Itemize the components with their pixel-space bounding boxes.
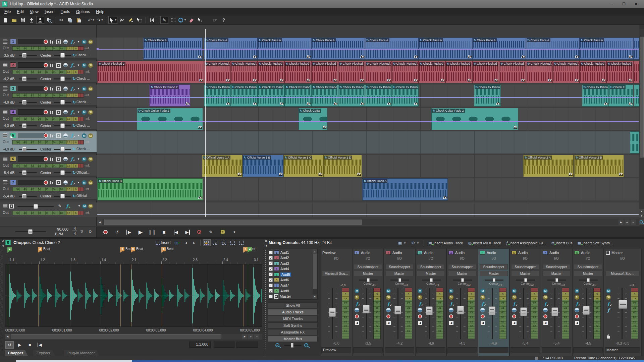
track-device-icon[interactable] <box>50 180 55 185</box>
channel-fader-handle[interactable] <box>583 306 590 315</box>
play-from-start-button[interactable]: ▶ <box>125 228 133 236</box>
chopper-scroll-left-button[interactable]: ◄ <box>5 334 10 339</box>
solo-icon[interactable]: S! <box>88 86 93 91</box>
zoom-in-time-button[interactable]: ＋ <box>625 220 630 225</box>
track-fx-button[interactable]: ƒ✓ <box>69 39 74 44</box>
scroll-right-button[interactable]: ► <box>619 220 624 225</box>
insert-bus-button[interactable]: ⧉+Insert Bus <box>549 239 574 247</box>
pan-slider-handle[interactable] <box>493 278 495 282</box>
fx-icon[interactable]: ƒ✓ <box>386 301 391 306</box>
fx-icon[interactable]: ƒ✓ <box>480 301 485 306</box>
audio-clip[interactable]: ↻Check Plucked 2fx <box>526 61 553 83</box>
mute-group-icon[interactable]: M <box>82 63 87 68</box>
pan-slider-handle[interactable] <box>461 278 464 282</box>
pan-icon[interactable] <box>448 307 454 313</box>
mixer-list-item-aud3[interactable]: ✓3Aud3 <box>269 261 311 266</box>
audio-clip[interactable]: ↻Official Verse 2 Bfx <box>574 155 624 177</box>
track-dropdown-arrow[interactable]: ▼ <box>76 39 81 44</box>
double-selection-button[interactable]: ×2 <box>220 239 228 246</box>
clip-fx-badge[interactable]: fx <box>467 78 471 82</box>
audio-clip[interactable]: ↻Check Fx Piano 2fx <box>582 84 609 107</box>
pan-icon[interactable] <box>354 307 360 313</box>
track-device-icon[interactable] <box>50 133 55 138</box>
paint-clip-name[interactable]: Check ... <box>76 100 97 104</box>
mute-icon[interactable]: M <box>543 288 548 294</box>
channel-fader-handle[interactable] <box>363 305 370 313</box>
bus-maximize-button[interactable] <box>9 203 14 208</box>
mixer-list-item-aud8[interactable]: ✓8Aud8 <box>269 288 311 294</box>
mute-button[interactable] <box>63 133 68 138</box>
track-volume-value[interactable]: -5,4 dB <box>3 171 14 175</box>
clip-fx-badge[interactable]: fx <box>333 78 337 82</box>
strip-footer[interactable]: Preview <box>321 347 351 353</box>
mixer-zoom-out-button[interactable]: − <box>275 343 279 347</box>
mixer-zoom-slider-handle[interactable] <box>291 343 293 348</box>
solo-icon[interactable]: S! <box>480 295 485 300</box>
track-visible-checkbox[interactable]: ✓ <box>269 267 273 271</box>
clip-fx-badge[interactable]: fx <box>253 55 256 59</box>
track-device-icon[interactable] <box>50 157 55 162</box>
dropdown-arrow-icon[interactable]: ▼ <box>92 18 95 21</box>
audio-clip[interactable]: ↻Check Face Afx <box>365 38 419 60</box>
tab-chopper[interactable]: Chopper <box>5 350 28 356</box>
channel-fader-handle[interactable] <box>551 307 558 316</box>
audio-clip[interactable]: ↻Official Hook Bfx <box>97 178 203 200</box>
add-marker-button[interactable]: ▯▯+ <box>173 239 181 246</box>
pan-slider-handle[interactable] <box>430 278 433 282</box>
strip-io-label[interactable]: I/O <box>353 257 383 260</box>
channel-fader[interactable] <box>622 288 623 339</box>
volume-fader[interactable] <box>19 172 37 173</box>
clip-fx-badge[interactable]: fx <box>414 55 417 59</box>
mute-icon[interactable]: M <box>480 288 485 294</box>
chopper-marker-5[interactable]: 5 <box>131 247 135 251</box>
zoom-tool-corner-button[interactable] <box>639 219 644 225</box>
volume-fader-handle[interactable] <box>22 123 26 128</box>
audio-clip[interactable]: ↻Check Plucked 2fx <box>606 61 633 83</box>
volume-fader-handle[interactable] <box>22 76 26 81</box>
strip-device-button[interactable]: Soundmapper <box>542 264 571 269</box>
pan-slider-handle[interactable] <box>60 76 65 81</box>
track-visible-checkbox[interactable]: ✓ <box>269 256 273 260</box>
pan-slider-handle[interactable] <box>60 123 65 128</box>
strip-output-button[interactable]: Master <box>542 271 571 276</box>
fx-icon[interactable]: ƒ✓ <box>543 301 548 306</box>
audio-clip[interactable]: ↻Check Guitar Fade 2fx <box>137 108 203 130</box>
list-scroll-up-button[interactable]: ▲ <box>313 249 317 254</box>
mon-icon[interactable]: ◀ <box>512 320 517 325</box>
mute-button[interactable] <box>63 110 68 115</box>
strip-device-button[interactable]: Soundmapper <box>574 264 602 269</box>
mon-icon[interactable]: ◀ <box>480 320 485 325</box>
arm-for-record-button[interactable] <box>43 39 48 44</box>
chopper-marker-3[interactable]: 3 <box>38 247 42 251</box>
zoom-out-time-button[interactable]: － <box>631 220 636 225</box>
mixer-strip-master[interactable]: MasterI/OMicrosoft Sou...MS!ƒ✓ƒ-Inf.9182… <box>604 249 642 356</box>
play-button[interactable]: ▶ <box>137 228 145 236</box>
maximize-track-button[interactable] <box>56 86 61 91</box>
clip-fx-badge[interactable]: fx <box>467 55 471 59</box>
halve-selection-button[interactable]: ÷2 <box>212 239 219 246</box>
audio-clip[interactable]: ↻Official Verse 1 Afx <box>202 155 243 177</box>
copy-button[interactable] <box>66 16 74 24</box>
close-button[interactable]: ✕ <box>631 1 641 7</box>
vertical-scrollbar-thumb[interactable] <box>640 37 644 158</box>
paint-clip-name[interactable]: Check ... <box>76 77 97 80</box>
track-volume-value[interactable]: -4,9 dB <box>3 100 14 104</box>
menu-help[interactable]: Help <box>93 8 107 15</box>
fx-icon[interactable]: ƒ✓ <box>512 301 517 306</box>
mixer-list-item-aud7[interactable]: ✓7Aud7 <box>269 283 311 288</box>
scrub-tool-button[interactable]: ☞ <box>211 16 219 24</box>
channel-fader-handle[interactable] <box>426 306 433 315</box>
mixer-strip-audio-8[interactable]: 8AudioI/OSoundmapperMasterCenterMS!ƒ✓◀-I… <box>573 249 604 356</box>
insert-audio-track-button[interactable]: ▤+Insert Audio Track <box>426 239 465 247</box>
track-header-3[interactable]: 3ƒ✓▼MS!Out54484236302418126-Inf.-4,9 dBC… <box>0 84 97 107</box>
mixer-list-item-aud6[interactable]: ✓6Aud6 <box>269 277 311 283</box>
clip-fx-badge[interactable]: fx <box>199 78 203 82</box>
mute-button[interactable] <box>63 39 68 44</box>
strip-io-label[interactable]: I/O <box>510 257 541 260</box>
audio-clip[interactable]: ↻Check Plucked 2fx <box>580 61 606 83</box>
insert-soft-synth-button[interactable]: ▦+Insert Soft Synth... <box>575 239 615 247</box>
media-preview-button[interactable] <box>45 16 53 24</box>
audio-clip[interactable]: ↻Check Fx Piano 2fx <box>365 84 392 107</box>
track-fx-button[interactable]: ƒ✓ <box>69 110 74 115</box>
link-arrow-to-selection-button[interactable]: 🔓 <box>203 239 211 246</box>
